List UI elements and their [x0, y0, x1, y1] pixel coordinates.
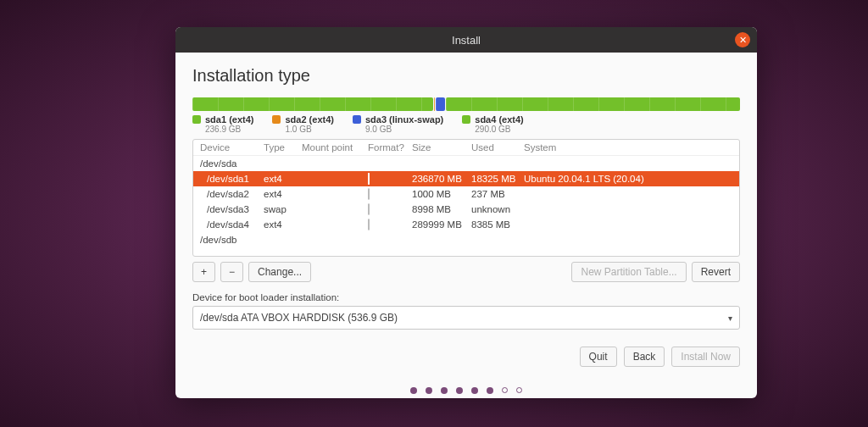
legend-item: sda4 (ext4)290.0 GB	[462, 114, 523, 134]
partition-toolbar: + − Change... New Partition Table... Rev…	[192, 262, 740, 282]
legend-size: 1.0 GB	[272, 125, 333, 134]
remove-partition-button[interactable]: −	[220, 262, 243, 282]
back-button[interactable]: Back	[624, 347, 665, 367]
legend-label: sda3 (linux-swap)	[365, 114, 443, 125]
disk-seg-sda2	[434, 97, 435, 111]
legend-swatch	[353, 115, 361, 124]
cell-format	[368, 219, 412, 230]
col-system: System	[524, 142, 732, 152]
progress-dot	[487, 387, 493, 394]
legend-size: 9.0 GB	[353, 125, 443, 134]
legend-item: sda3 (linux-swap)9.0 GB	[353, 114, 443, 134]
cell-format	[368, 189, 412, 199]
format-checkbox[interactable]	[368, 173, 370, 185]
cell-system: Ubuntu 20.04.1 LTS (20.04)	[524, 174, 732, 184]
table-body[interactable]: /dev/sda/dev/sda1ext4236870 MB18325 MBUb…	[193, 156, 739, 256]
cell-type: swap	[264, 204, 302, 214]
table-row[interactable]: /dev/sdb	[193, 232, 739, 247]
disk-seg-sda4	[446, 97, 740, 111]
legend-item: sda1 (ext4)236.9 GB	[192, 114, 253, 134]
progress-dot	[426, 387, 432, 394]
cell-type: ext4	[264, 189, 302, 199]
close-icon: ✕	[739, 35, 747, 46]
window-title: Install	[452, 34, 481, 47]
format-checkbox[interactable]	[368, 203, 370, 215]
table-row[interactable]: /dev/sda2ext41000 MB237 MB	[193, 186, 739, 202]
col-type: Type	[264, 142, 302, 152]
disk-seg-sda1	[192, 97, 433, 111]
progress-dot	[516, 387, 522, 393]
cell-size: 8998 MB	[412, 204, 471, 214]
new-partition-table-button[interactable]: New Partition Table...	[571, 262, 686, 282]
bootloader-label: Device for boot loader installation:	[192, 292, 740, 302]
add-partition-button[interactable]: +	[192, 262, 215, 282]
cell-device: /dev/sda4	[200, 219, 264, 230]
revert-button[interactable]: Revert	[692, 262, 740, 282]
col-used: Used	[471, 142, 524, 152]
cell-device: /dev/sdb	[200, 235, 264, 245]
progress-dot	[441, 387, 448, 394]
table-row[interactable]: /dev/sda	[193, 156, 739, 171]
cell-used: 237 MB	[471, 189, 524, 199]
progress-dots	[192, 387, 740, 394]
col-device: Device	[200, 142, 264, 152]
col-size: Size	[412, 142, 471, 152]
progress-dot	[471, 387, 478, 394]
cell-format	[368, 204, 412, 214]
format-checkbox[interactable]	[368, 188, 370, 200]
cell-size: 1000 MB	[412, 189, 471, 199]
content-area: Installation type sda1 (ext4)236.9 GBsda…	[175, 53, 757, 398]
installer-window: Install ✕ Installation type sda1 (ext4)2…	[175, 27, 757, 398]
legend-size: 290.0 GB	[462, 125, 523, 134]
cell-size: 236870 MB	[412, 174, 471, 184]
bootloader-value: /dev/sda ATA VBOX HARDDISK (536.9 GB)	[200, 312, 398, 324]
install-now-button[interactable]: Install Now	[671, 347, 740, 367]
legend-label: sda2 (ext4)	[285, 114, 333, 125]
format-checkbox[interactable]	[368, 219, 370, 230]
legend-size: 236.9 GB	[192, 125, 253, 134]
cell-format	[368, 174, 412, 184]
table-row[interactable]: /dev/sda3swap8998 MBunknown	[193, 202, 739, 217]
close-button[interactable]: ✕	[735, 32, 750, 47]
legend-swatch	[192, 115, 201, 124]
legend-label: sda4 (ext4)	[475, 114, 523, 125]
page-heading: Installation type	[192, 66, 740, 86]
legend-swatch	[272, 115, 281, 124]
cell-device: /dev/sda3	[200, 204, 264, 214]
partition-table: Device Type Mount point Format? Size Use…	[192, 139, 740, 257]
cell-used: 18325 MB	[471, 174, 524, 184]
legend-label: sda1 (ext4)	[205, 114, 253, 125]
quit-button[interactable]: Quit	[580, 347, 617, 367]
titlebar: Install ✕	[175, 27, 757, 53]
chevron-down-icon: ▾	[728, 313, 732, 323]
disk-seg-sda3	[436, 97, 445, 111]
footer-buttons: Quit Back Install Now	[192, 347, 740, 367]
progress-dot	[456, 387, 463, 394]
legend-item: sda2 (ext4)1.0 GB	[272, 114, 333, 134]
cell-type: ext4	[264, 219, 302, 230]
table-header: Device Type Mount point Format? Size Use…	[193, 140, 739, 156]
change-partition-button[interactable]: Change...	[248, 262, 311, 282]
table-row[interactable]: /dev/sda1ext4236870 MB18325 MBUbuntu 20.…	[193, 171, 739, 186]
table-row[interactable]: /dev/sda4ext4289999 MB8385 MB	[193, 217, 739, 232]
bootloader-select[interactable]: /dev/sda ATA VBOX HARDDISK (536.9 GB) ▾	[192, 306, 740, 330]
col-mount: Mount point	[302, 142, 368, 152]
cell-type: ext4	[264, 174, 302, 184]
cell-used: unknown	[471, 204, 524, 214]
col-format: Format?	[368, 142, 412, 152]
progress-dot	[410, 387, 417, 394]
cell-device: /dev/sda2	[200, 189, 264, 199]
disk-legend: sda1 (ext4)236.9 GBsda2 (ext4)1.0 GBsda3…	[192, 114, 740, 134]
cell-device: /dev/sda	[200, 158, 264, 169]
disk-usage-bar	[192, 97, 740, 111]
cell-used: 8385 MB	[471, 219, 524, 230]
progress-dot	[502, 387, 508, 393]
cell-size: 289999 MB	[412, 219, 471, 230]
cell-device: /dev/sda1	[200, 174, 264, 184]
legend-swatch	[462, 115, 470, 124]
